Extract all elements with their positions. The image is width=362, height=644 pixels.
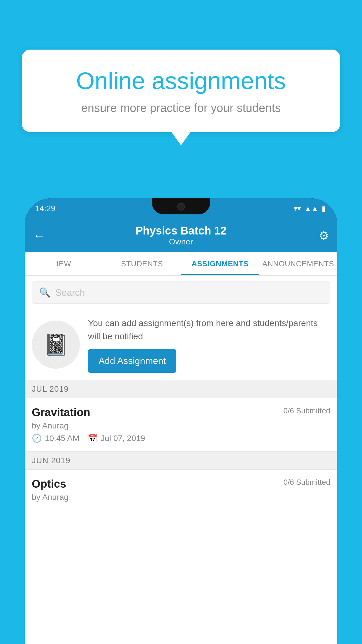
phone-frame: 14:29 ▾▾ ▲▲ ▮ ← Physics Batch 12 Owner ⚙… — [25, 198, 337, 644]
assignment-item-header-optics: Optics 0/6 Submitted — [32, 478, 330, 490]
assignment-submitted: 0/6 Submitted — [284, 406, 330, 415]
phone-notch — [152, 198, 210, 214]
content-area: 🔍 Search 📓 You can add assignment(s) fro… — [25, 276, 337, 644]
assignment-meta: 🕐 10:45 AM 📅 Jul 07, 2019 — [32, 433, 330, 443]
speech-bubble-title: Online assignments — [42, 67, 320, 94]
tab-announcements[interactable]: ANNOUNCEMENTS — [259, 252, 337, 275]
wifi-icon: ▾▾ — [294, 204, 301, 213]
tab-overview[interactable]: IEW — [25, 252, 103, 275]
header-title-block: Physics Batch 12 Owner — [136, 225, 227, 246]
info-icon-circle: 📓 — [32, 321, 80, 369]
speech-bubble-subtitle: ensure more practice for your students — [42, 102, 320, 115]
assignment-date: 📅 Jul 07, 2019 — [87, 433, 145, 443]
calendar-icon: 📅 — [87, 433, 98, 443]
assignment-item-gravitation[interactable]: Gravitation 0/6 Submitted by Anurag 🕐 10… — [25, 398, 337, 452]
settings-button[interactable]: ⚙ — [319, 229, 329, 242]
assignment-time: 🕐 10:45 AM — [32, 433, 79, 443]
info-content: You can add assignment(s) from here and … — [88, 316, 330, 373]
camera-lens — [177, 203, 185, 211]
assignment-item-optics[interactable]: Optics 0/6 Submitted by Anurag — [25, 470, 337, 513]
assignment-by: by Anurag — [32, 421, 330, 430]
battery-icon: ▮ — [322, 204, 326, 213]
search-bar[interactable]: 🔍 Search — [32, 281, 330, 304]
add-assignment-button[interactable]: Add Assignment — [88, 349, 176, 373]
status-icons: ▾▾ ▲▲ ▮ — [294, 204, 326, 213]
tabs-bar: IEW STUDENTS ASSIGNMENTS ANNOUNCEMENTS — [25, 252, 337, 276]
tab-assignments[interactable]: ASSIGNMENTS — [181, 252, 259, 275]
back-button[interactable]: ← — [33, 229, 45, 243]
assignment-submitted-optics: 0/6 Submitted — [284, 478, 330, 487]
section-header-jun: JUN 2019 — [25, 452, 337, 470]
search-icon: 🔍 — [39, 287, 51, 298]
info-card: 📓 You can add assignment(s) from here an… — [25, 309, 337, 380]
signal-icon: ▲▲ — [304, 204, 318, 213]
tab-students[interactable]: STUDENTS — [103, 252, 181, 275]
speech-bubble-card: Online assignments ensure more practice … — [22, 50, 340, 132]
info-text: You can add assignment(s) from here and … — [88, 316, 330, 343]
assignment-title: Gravitation — [32, 406, 90, 419]
app-header: ← Physics Batch 12 Owner ⚙ — [25, 219, 337, 252]
assignment-by-optics: by Anurag — [32, 493, 330, 502]
section-header-jul: JUL 2019 — [25, 380, 337, 398]
search-placeholder: Search — [55, 287, 85, 298]
clock-icon: 🕐 — [32, 433, 42, 443]
assignment-title-optics: Optics — [32, 478, 66, 490]
status-time: 14:29 — [35, 204, 55, 213]
search-container: 🔍 Search — [25, 276, 337, 309]
assignment-item-header: Gravitation 0/6 Submitted — [32, 406, 330, 419]
notebook-icon: 📓 — [43, 333, 68, 357]
header-subtitle: Owner — [169, 237, 193, 246]
header-title: Physics Batch 12 — [136, 225, 227, 237]
